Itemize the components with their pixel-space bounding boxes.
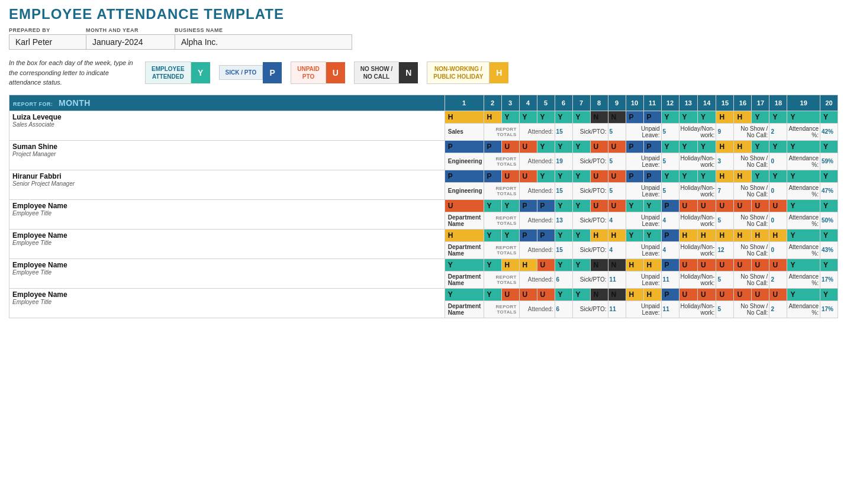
emp-name-0: Luiza LevequeSales Associate xyxy=(9,111,445,140)
att-cell-1-14: H xyxy=(716,140,734,153)
report-totals-label-0: REPORT TOTALS xyxy=(484,123,519,140)
att-cell-4-3: P xyxy=(519,229,537,241)
att-cell-3-8: U xyxy=(608,199,626,212)
att-cell-4-9: Y xyxy=(626,229,643,241)
page-title: EMPLOYEE ATTENDANCE TEMPLATE xyxy=(9,6,838,22)
att-cell-4-10: Y xyxy=(643,229,661,241)
attended-num-3: 13 xyxy=(555,212,572,229)
att-cell-2-3: U xyxy=(519,170,537,182)
emp-name-1: Suman ShineProject Manager xyxy=(9,140,445,170)
sick-label-6: Sick/PTO: xyxy=(572,301,608,318)
att-cell-4-4: P xyxy=(537,229,555,241)
report-totals-label-5: REPORT TOTALS xyxy=(484,271,519,288)
att-cell-1-5: Y xyxy=(555,140,572,153)
sick-label-2: Sick/PTO: xyxy=(572,182,608,199)
emp-name-row-6: Employee NameEmployee TitleYYUUUYYNNHHPU… xyxy=(9,288,838,301)
sick-num-3: 4 xyxy=(608,212,626,229)
prepared-by-field: PREPARED BY Karl Peter xyxy=(9,27,86,50)
report-totals-label-1: REPORT TOTALS xyxy=(484,153,519,170)
pct-num-2: 47% xyxy=(820,182,838,199)
day-header-4: 4 xyxy=(519,95,537,111)
att-cell-3-10: Y xyxy=(643,199,661,212)
business-name-label: BUSINESS NAME xyxy=(175,27,352,33)
att-cell-3-5: Y xyxy=(555,199,572,212)
noshow-num-4: 0 xyxy=(769,241,787,259)
day-header-14: 14 xyxy=(697,95,716,111)
att-cell-3-16: U xyxy=(752,199,769,212)
att-cell-5-8: N xyxy=(608,259,626,271)
att-cell-1-13: Y xyxy=(697,140,716,153)
dept-name-3: Department Name xyxy=(445,212,484,229)
att-cell-6-0: Y xyxy=(445,288,484,301)
day-header-5: 5 xyxy=(537,95,555,111)
att-cell-0-0: H xyxy=(445,111,484,123)
holiday-num-6: 5 xyxy=(716,301,734,318)
emp-name-3: Employee NameEmployee Title xyxy=(9,199,445,229)
att-cell-3-4: P xyxy=(537,199,555,212)
att-cell-3-15: U xyxy=(734,199,752,212)
att-cell-3-19: Y xyxy=(820,199,838,212)
att-cell-4-2: Y xyxy=(501,229,519,241)
att-cell-6-2: U xyxy=(501,288,519,301)
report-totals-label-3: REPORT TOTALS xyxy=(484,212,519,229)
att-cell-0-17: Y xyxy=(769,111,787,123)
att-cell-3-13: U xyxy=(697,199,716,212)
attended-label-0: Attended: xyxy=(519,123,555,140)
att-cell-3-6: Y xyxy=(572,199,590,212)
att-cell-2-1: P xyxy=(484,170,501,182)
sick-num-6: 11 xyxy=(608,301,626,318)
pct-num-4: 43% xyxy=(820,241,838,259)
report-totals-label-4: REPORT TOTALS xyxy=(484,241,519,259)
att-cell-4-11: P xyxy=(661,229,679,241)
legend-item-4: NON-WORKING / PUBLIC HOLIDAY H xyxy=(427,62,508,84)
att-cell-0-19: Y xyxy=(820,111,838,123)
unpaid-num-2: 5 xyxy=(661,182,679,199)
day-header-7: 7 xyxy=(572,95,590,111)
att-cell-2-18: Y xyxy=(787,170,820,182)
holiday-num-5: 5 xyxy=(716,271,734,288)
noshow-label-3: No Show / No Call: xyxy=(734,212,769,229)
att-cell-4-19: Y xyxy=(820,229,838,241)
report-for-header: REPORT FOR: MONTH xyxy=(9,95,445,111)
holiday-label-0: Holiday/Non-work: xyxy=(679,123,716,140)
att-cell-1-3: U xyxy=(519,140,537,153)
day-header-20: 20 xyxy=(820,95,838,111)
sick-num-5: 11 xyxy=(608,271,626,288)
att-cell-2-0: P xyxy=(445,170,484,182)
day-header-6: 6 xyxy=(555,95,572,111)
holiday-num-0: 9 xyxy=(716,123,734,140)
business-name-value: Alpha Inc. xyxy=(175,34,352,50)
att-cell-2-17: Y xyxy=(769,170,787,182)
att-cell-3-1: Y xyxy=(484,199,501,212)
att-cell-0-2: Y xyxy=(501,111,519,123)
report-totals-label-2: REPORT TOTALS xyxy=(484,182,519,199)
attended-num-2: 15 xyxy=(555,182,572,199)
att-cell-1-17: Y xyxy=(769,140,787,153)
att-cell-2-16: Y xyxy=(752,170,769,182)
att-cell-2-9: P xyxy=(626,170,643,182)
att-cell-3-3: P xyxy=(519,199,537,212)
day-header-18: 18 xyxy=(769,95,787,111)
att-cell-4-15: H xyxy=(734,229,752,241)
att-cell-4-14: H xyxy=(716,229,734,241)
att-cell-0-4: Y xyxy=(537,111,555,123)
legend-letter-2: U xyxy=(326,62,345,83)
day-header-9: 9 xyxy=(608,95,626,111)
day-header-2: 2 xyxy=(484,95,501,111)
noshow-num-2: 0 xyxy=(769,182,787,199)
att-cell-1-7: U xyxy=(590,140,608,153)
att-cell-4-17: H xyxy=(769,229,787,241)
legend-letter-1: P xyxy=(263,62,282,83)
att-cell-1-1: P xyxy=(484,140,501,153)
day-header-11: 11 xyxy=(643,95,661,111)
legend-item-2: UNPAID PTO U xyxy=(291,62,345,84)
page-container: EMPLOYEE ATTENDANCE TEMPLATE PREPARED BY… xyxy=(9,6,838,318)
day-header-17: 17 xyxy=(752,95,769,111)
att-cell-5-9: H xyxy=(626,259,643,271)
holiday-num-3: 5 xyxy=(716,212,734,229)
att-cell-1-2: U xyxy=(501,140,519,153)
att-cell-6-7: N xyxy=(590,288,608,301)
dept-name-2: Engineering xyxy=(445,182,484,199)
attended-label-2: Attended: xyxy=(519,182,555,199)
att-cell-1-18: Y xyxy=(787,140,820,153)
